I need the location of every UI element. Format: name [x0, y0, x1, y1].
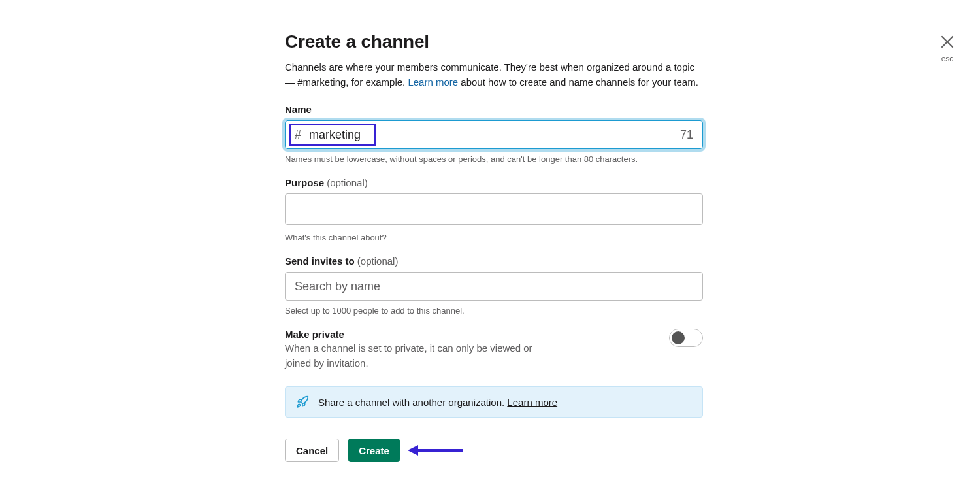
- share-banner-text: Share a channel with another organizatio…: [318, 397, 557, 408]
- name-label: Name: [285, 104, 703, 115]
- share-org-banner: Share a channel with another organizatio…: [285, 386, 703, 418]
- purpose-hint: What's this channel about?: [285, 233, 703, 242]
- make-private-row: Make private When a channel is set to pr…: [285, 329, 703, 371]
- invites-hint: Select up to 1000 people to add to this …: [285, 306, 703, 316]
- private-toggle[interactable]: [669, 329, 703, 347]
- private-description: When a channel is set to private, it can…: [285, 341, 559, 371]
- hash-icon: #: [295, 128, 301, 142]
- close-label: esc: [939, 54, 955, 63]
- name-input-container[interactable]: # 71: [285, 120, 703, 149]
- channel-name-input[interactable]: [309, 128, 680, 142]
- create-button[interactable]: Create: [348, 439, 400, 462]
- button-row: Cancel Create: [285, 439, 703, 462]
- cancel-button[interactable]: Cancel: [285, 439, 339, 462]
- toggle-knob: [672, 331, 685, 344]
- learn-more-link[interactable]: Learn more: [408, 76, 458, 88]
- rocket-icon: [296, 395, 309, 408]
- create-channel-modal: Create a channel Channels are where your…: [285, 31, 703, 462]
- close-button[interactable]: esc: [939, 34, 955, 63]
- purpose-input[interactable]: [285, 193, 703, 225]
- close-icon: [939, 34, 955, 53]
- name-hint: Names must be lowercase, without spaces …: [285, 154, 703, 164]
- modal-description: Channels are where your members communic…: [285, 60, 703, 90]
- share-learn-more-link[interactable]: Learn more: [507, 397, 557, 408]
- invites-label: Send invites to (optional): [285, 256, 703, 267]
- char-count: 71: [680, 128, 693, 142]
- invites-search-input[interactable]: [285, 272, 703, 301]
- private-title: Make private: [285, 329, 559, 340]
- purpose-label: Purpose (optional): [285, 177, 703, 188]
- modal-title: Create a channel: [285, 31, 703, 52]
